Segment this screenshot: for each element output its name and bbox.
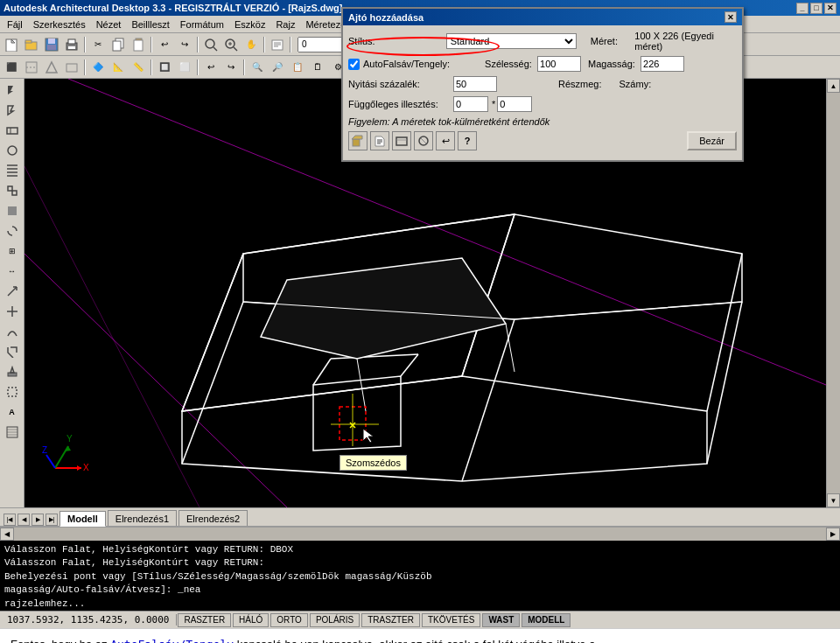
save-button[interactable] (42, 35, 61, 54)
command-area[interactable]: Válasszon Falat, HelyiségKontúrt vagy RE… (0, 541, 840, 611)
undo-button[interactable]: ↩ (155, 35, 174, 54)
status-orto[interactable]: ORTO (270, 613, 308, 627)
tab-nav-last[interactable]: ▶| (46, 514, 58, 526)
tab-nav-first[interactable]: |◀ (4, 514, 16, 526)
szelesseg-input[interactable] (537, 56, 581, 72)
tb2-btn9[interactable]: ⬜ (175, 58, 194, 77)
tb2-btn5[interactable]: 🔷 (88, 58, 108, 77)
tb2-btn2[interactable] (22, 58, 41, 77)
v-btn12[interactable] (3, 322, 22, 341)
svg-marker-26 (46, 62, 57, 73)
scroll-track-h[interactable] (14, 528, 826, 541)
tb2-btn8[interactable]: 🔲 (155, 58, 174, 77)
v-btn5[interactable] (3, 181, 22, 200)
menu-beilleszt[interactable]: Beillleszt (126, 17, 174, 31)
status-raszter[interactable]: RASZTER (178, 613, 231, 627)
tb2-btn6[interactable]: 📐 (108, 58, 128, 77)
status-modell[interactable]: MODELL (522, 613, 570, 627)
close-button[interactable]: ✕ (824, 3, 836, 14)
icon-btn2[interactable] (370, 131, 389, 150)
icon-btn4[interactable] (414, 131, 433, 150)
menu-fajl[interactable]: Fájl (2, 17, 28, 31)
v-btn14[interactable] (3, 362, 22, 381)
fugg-input1[interactable] (453, 96, 488, 112)
v-btn4[interactable] (3, 161, 22, 180)
tb2-btn7[interactable]: 📏 (129, 58, 148, 77)
status-halo[interactable]: HÁLÓ (233, 613, 269, 627)
tab-nav-prev[interactable]: ◀ (18, 514, 30, 526)
scroll-down[interactable]: ▼ (827, 493, 840, 507)
cut-button[interactable]: ✂ (88, 35, 108, 54)
tb2-btn4[interactable] (62, 58, 81, 77)
right-scrollbar[interactable]: ▲ ▼ (826, 79, 840, 507)
redo-button[interactable]: ↪ (175, 35, 194, 54)
paste-button[interactable] (129, 35, 148, 54)
v-btn8[interactable]: ⊞ (3, 241, 22, 261)
properties-button[interactable] (268, 35, 287, 54)
scroll-up[interactable]: ▲ (827, 79, 840, 93)
v-btn3[interactable] (3, 141, 22, 160)
v-btn10[interactable] (3, 282, 22, 301)
icon-btn3[interactable] (392, 131, 411, 150)
status-wast[interactable]: WAST (482, 613, 520, 627)
autofalsav-link[interactable]: AutoFalsáv/Tengely (110, 638, 234, 643)
tb2-btn3[interactable] (42, 58, 61, 77)
fugg-input2[interactable] (497, 96, 532, 112)
v-hatch[interactable] (3, 423, 22, 442)
scroll-left[interactable]: ◀ (0, 528, 14, 541)
tb2-btn14[interactable]: 📋 (288, 58, 307, 77)
open-button[interactable] (22, 35, 41, 54)
tab-modell[interactable]: Modell (60, 511, 106, 527)
v-select[interactable] (3, 80, 22, 100)
dialog-close-button[interactable]: ✕ (724, 11, 737, 23)
v-btn7[interactable] (3, 221, 22, 241)
status-traszter[interactable]: TRASZTER (361, 613, 420, 627)
v-btn11[interactable] (3, 302, 22, 321)
v-btn15[interactable] (3, 382, 22, 402)
tab-elrendezes1[interactable]: Elrendezés1 (108, 510, 177, 526)
pan-button[interactable]: ✋ (242, 35, 261, 54)
copy-button[interactable] (108, 35, 128, 54)
status-tkovetes[interactable]: TKÖVETÉS (422, 613, 480, 627)
v-btn13[interactable] (3, 342, 22, 361)
scroll-track-v[interactable] (827, 93, 840, 493)
menu-nezet[interactable]: Nézet (91, 17, 127, 31)
autofalsav-checkbox[interactable] (348, 59, 360, 70)
svg-marker-91 (352, 136, 362, 139)
menu-rajz[interactable]: Rajz (270, 17, 300, 31)
minimize-button[interactable]: _ (796, 3, 808, 14)
tb2-btn13[interactable]: 🔎 (268, 58, 287, 77)
stilus-select[interactable]: Standard (446, 33, 577, 49)
tab-nav-next[interactable]: ▶ (32, 514, 44, 526)
v-btn2[interactable] (3, 121, 22, 140)
tb2-btn11[interactable]: ↪ (221, 58, 241, 77)
tab-elrendezes2[interactable]: Elrendezés2 (178, 510, 248, 526)
zoom-extents-button[interactable] (201, 35, 220, 54)
icon-btn5[interactable]: ↩ (436, 131, 455, 150)
zoom-window-button[interactable] (221, 35, 241, 54)
nyitas-input[interactable] (453, 76, 497, 92)
autofalsav-label[interactable]: AutoFalsáv/Tengely: (363, 59, 450, 69)
v-btn9[interactable]: ↔ (3, 262, 22, 281)
magassag-input[interactable] (640, 56, 684, 72)
tb2-btn1[interactable]: ⬛ (2, 58, 21, 77)
icon-btn1[interactable] (348, 131, 368, 150)
tb2-btn12[interactable]: 🔍 (248, 58, 267, 77)
menu-formatum[interactable]: Formátum (175, 17, 229, 31)
svg-point-14 (206, 39, 214, 48)
menu-szerkesztes[interactable]: Szerkesztés (28, 17, 91, 31)
tb2-btn15[interactable]: 🗒 (308, 58, 327, 77)
v-btn6[interactable] (3, 201, 22, 220)
print-button[interactable] (62, 35, 81, 54)
new-button[interactable] (2, 35, 21, 54)
icon-help[interactable]: ? (458, 131, 477, 150)
status-polaris[interactable]: POLÁRIS (310, 613, 360, 627)
scroll-right[interactable]: ▶ (826, 528, 840, 541)
bezar-button[interactable]: Bezár (687, 131, 737, 150)
tb2-btn10[interactable]: ↩ (201, 58, 220, 77)
v-btn1[interactable] (3, 101, 22, 120)
sep5 (290, 37, 291, 52)
menu-eszkoz[interactable]: Eszköz (229, 17, 270, 31)
v-text[interactable]: A (3, 402, 22, 422)
maximize-button[interactable]: □ (810, 3, 822, 14)
